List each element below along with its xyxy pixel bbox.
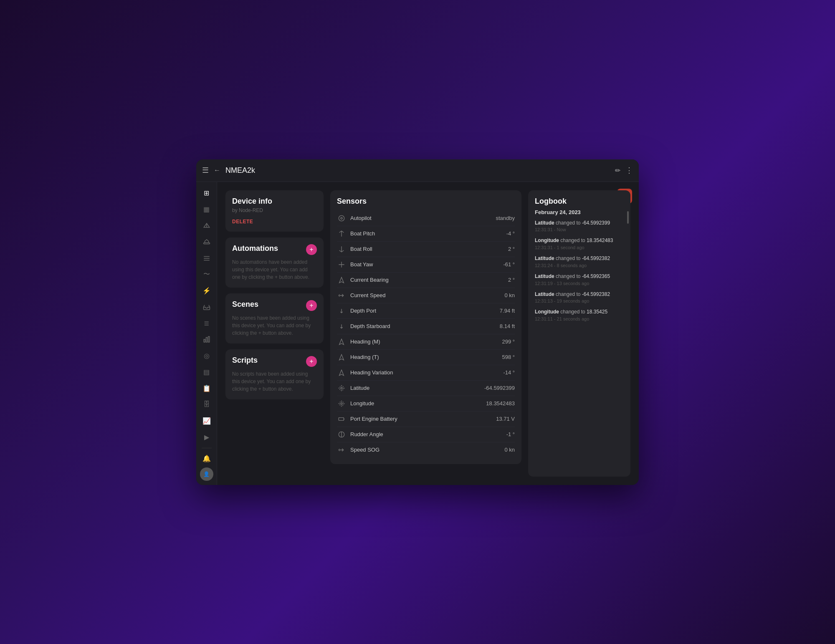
sensor-name: Longitude: [350, 400, 486, 407]
sensor-row[interactable]: Heading Variation -14 °: [337, 365, 515, 381]
svg-point-21: [339, 401, 344, 406]
sensor-value: standby: [496, 215, 515, 221]
log-entry: Latitude changed to -64.5992382 12:31:24…: [535, 255, 624, 268]
scripts-empty-text: No scripts have been added using this de…: [232, 370, 317, 393]
sidebar: ⊞ ▦ 〜 ⚡: [196, 182, 217, 485]
sensor-value: 18.3542483: [486, 400, 515, 407]
rudder-icon: [337, 430, 346, 439]
log-entry-text: Latitude changed to -64.5992365: [535, 273, 624, 280]
sensor-row[interactable]: Heading (M) 299 °: [337, 334, 515, 350]
sidebar-item-analytics[interactable]: 📈: [199, 414, 214, 428]
sidebar-item-layout[interactable]: ▦: [199, 202, 214, 217]
sidebar-item-chart[interactable]: [199, 332, 214, 347]
sidebar-item-ship[interactable]: [199, 235, 214, 249]
svg-rect-6: [206, 338, 207, 342]
sensor-row[interactable]: Heading (T) 598 °: [337, 350, 515, 365]
logbook-scrollbar[interactable]: [627, 211, 629, 224]
sensor-name: Rudder Angle: [350, 431, 506, 437]
sensor-value: 0 kn: [504, 447, 515, 453]
scenes-title: Scenes: [232, 300, 258, 309]
bearing-icon: [337, 275, 346, 285]
more-options-icon[interactable]: ⋮: [625, 166, 633, 175]
sidebar-item-wind[interactable]: 〜: [199, 267, 214, 282]
svg-point-9: [341, 217, 342, 219]
sensor-row[interactable]: Latitude -64.5992399: [337, 381, 515, 396]
sensor-value: 13.71 V: [496, 416, 515, 422]
back-button[interactable]: ←: [214, 167, 220, 174]
sidebar-item-archive[interactable]: 🗄: [199, 397, 214, 412]
delete-button[interactable]: DELETE: [232, 219, 253, 225]
log-entry: Longitude changed to 18.35425 12:31:11 -…: [535, 308, 624, 321]
sensor-row[interactable]: Autopilot standby: [337, 211, 515, 226]
speed-icon: [337, 445, 346, 455]
sensor-row[interactable]: Current Bearing 2 °: [337, 273, 515, 288]
sensor-value: 2 °: [508, 277, 515, 283]
svg-rect-26: [339, 417, 344, 420]
sensor-value: -61 °: [503, 261, 515, 268]
sensor-row[interactable]: Depth Starboard 8.14 ft: [337, 319, 515, 334]
svg-rect-5: [204, 339, 205, 342]
log-time: 12:31:31 - Now: [535, 227, 624, 232]
right-column: Logbook February 24, 2023 Latitude chang…: [528, 190, 630, 477]
menu-icon[interactable]: ☰: [202, 166, 209, 175]
sidebar-item-compass[interactable]: ◎: [199, 349, 214, 363]
device-info-title: Device info: [232, 197, 317, 206]
sidebar-item-report[interactable]: 📋: [199, 381, 214, 396]
sensor-row[interactable]: Speed SOG 0 kn: [337, 442, 515, 457]
heading-icon: [337, 368, 346, 377]
autopilot-icon: [337, 214, 346, 223]
log-entry-text: Latitude changed to -64.5992399: [535, 220, 624, 227]
sensor-row[interactable]: Boat Roll 2 °: [337, 242, 515, 257]
sensor-value: -14 °: [503, 369, 515, 376]
log-entry: Latitude changed to -64.5992399 12:31:31…: [535, 220, 624, 232]
sensor-name: Latitude: [350, 385, 484, 391]
sensor-name: Heading (M): [350, 338, 502, 345]
scripts-title: Scripts: [232, 356, 258, 365]
sensor-row[interactable]: Rudder Angle -1 °: [337, 427, 515, 442]
scenes-empty-text: No scenes have been added using this dev…: [232, 314, 317, 337]
add-script-button[interactable]: +: [306, 356, 317, 367]
sensor-row[interactable]: Boat Pitch -4 °: [337, 226, 515, 242]
edit-button[interactable]: ✏: [615, 167, 620, 174]
sidebar-item-grid[interactable]: ⊞: [199, 186, 214, 201]
logbook-card: Logbook February 24, 2023 Latitude chang…: [528, 190, 630, 477]
sidebar-item-table[interactable]: ▤: [199, 365, 214, 379]
sensor-name: Boat Pitch: [350, 230, 506, 237]
top-bar: ☰ ← NMEA2k ✏ ⋮: [196, 159, 639, 182]
svg-point-8: [339, 215, 344, 221]
sensors-card: Sensors Autopilot standby Boat Pitch -4 …: [330, 190, 521, 464]
add-automation-button[interactable]: +: [306, 244, 317, 255]
sensor-row[interactable]: Boat Yaw -61 °: [337, 257, 515, 273]
svg-marker-13: [339, 370, 344, 375]
svg-point-14: [341, 387, 342, 389]
sensor-value: 299 °: [502, 338, 515, 345]
sidebar-item-play[interactable]: ▶: [199, 430, 214, 444]
sensor-row[interactable]: Depth Port 7.94 ft: [337, 303, 515, 319]
scripts-header: Scripts +: [232, 356, 317, 367]
avatar[interactable]: 👤: [200, 467, 213, 480]
sensor-row[interactable]: Longitude 18.3542483: [337, 396, 515, 412]
log-entry: Latitude changed to -64.5992365 12:31:19…: [535, 273, 624, 286]
depth-icon: [337, 306, 346, 316]
sensor-value: 598 °: [502, 354, 515, 360]
device-info-card: Device info by Node-RED DELETE: [225, 190, 324, 232]
log-time: 12:31:31 - 1 second ago: [535, 245, 624, 250]
log-entry: Latitude changed to -64.5992382 12:31:13…: [535, 291, 624, 304]
sidebar-item-bell[interactable]: 🔔: [199, 451, 214, 466]
sensor-value: -4 °: [506, 230, 515, 237]
logbook-date: February 24, 2023: [535, 209, 624, 215]
sensor-name: Current Bearing: [350, 277, 508, 283]
sensor-row[interactable]: Current Speed 0 kn: [337, 288, 515, 303]
add-scene-button[interactable]: +: [306, 300, 317, 311]
sidebar-item-lightning[interactable]: ⚡: [199, 283, 214, 298]
sensor-row[interactable]: Port Engine Battery 13.71 V: [337, 412, 515, 427]
heading-icon: [337, 353, 346, 362]
sidebar-item-list[interactable]: [199, 251, 214, 265]
svg-marker-10: [339, 277, 344, 283]
center-column: Sensors Autopilot standby Boat Pitch -4 …: [330, 190, 521, 477]
logbook-entries: Latitude changed to -64.5992399 12:31:31…: [535, 220, 624, 322]
sidebar-item-inbox[interactable]: [199, 300, 214, 314]
sidebar-item-boat[interactable]: [199, 218, 214, 233]
log-time: 12:31:11 - 21 seconds ago: [535, 316, 624, 321]
sidebar-item-menu2[interactable]: ≣: [199, 316, 214, 331]
